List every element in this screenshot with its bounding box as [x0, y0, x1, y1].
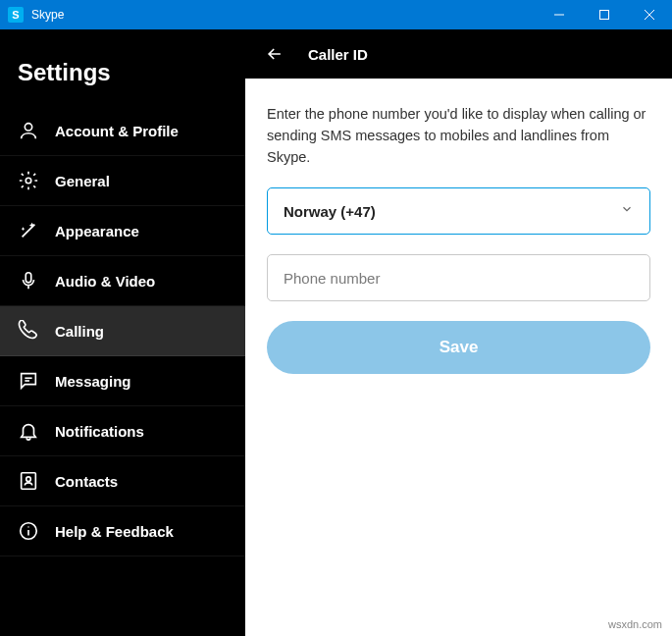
sidebar-item-label: Appearance: [55, 223, 139, 239]
sidebar-item-label: Audio & Video: [55, 273, 155, 290]
phone-placeholder: Phone number: [284, 270, 380, 287]
message-icon: [18, 370, 39, 392]
window-titlebar: S Skype: [0, 0, 672, 29]
svg-point-10: [26, 477, 31, 482]
description-text: Enter the phone number you'd like to dis…: [267, 104, 650, 168]
svg-point-4: [25, 124, 31, 131]
sidebar-item-label: Calling: [55, 323, 104, 340]
sidebar-item-calling[interactable]: Calling: [0, 306, 245, 356]
contacts-icon: [18, 470, 39, 492]
sidebar-item-help-feedback[interactable]: Help & Feedback: [0, 506, 245, 556]
sidebar-item-label: Messaging: [55, 373, 131, 390]
back-button[interactable]: [263, 42, 286, 66]
gear-icon: [18, 170, 39, 191]
watermark: wsxdn.com: [608, 618, 662, 630]
sidebar-item-label: General: [55, 173, 110, 189]
svg-rect-1: [600, 11, 609, 20]
minimize-button[interactable]: [537, 0, 582, 29]
phone-input[interactable]: Phone number: [267, 254, 650, 301]
wand-icon: [18, 220, 39, 241]
settings-title: Settings: [0, 49, 245, 106]
close-button[interactable]: [627, 0, 672, 29]
window-controls: [537, 0, 672, 29]
info-icon: [18, 520, 39, 542]
window-title: Skype: [31, 8, 537, 22]
maximize-button[interactable]: [582, 0, 627, 29]
skype-app-icon: S: [8, 7, 24, 23]
sidebar-item-label: Account & Profile: [55, 123, 179, 139]
save-button[interactable]: Save: [267, 321, 650, 374]
content-area: Enter the phone number you'd like to dis…: [245, 79, 672, 399]
phone-icon: [18, 320, 39, 342]
sidebar-item-audio-video[interactable]: Audio & Video: [0, 256, 245, 306]
sidebar-item-appearance[interactable]: Appearance: [0, 206, 245, 256]
main-panel: Caller ID Enter the phone number you'd l…: [245, 29, 672, 636]
country-value: Norway (+47): [284, 203, 376, 220]
svg-rect-6: [26, 273, 31, 283]
svg-point-5: [26, 178, 31, 184]
svg-point-13: [27, 526, 28, 527]
sidebar-item-general[interactable]: General: [0, 156, 245, 206]
sidebar-item-label: Contacts: [55, 473, 118, 490]
sidebar-item-contacts[interactable]: Contacts: [0, 456, 245, 506]
bell-icon: [18, 420, 39, 442]
main-header: Caller ID: [245, 29, 672, 79]
page-title: Caller ID: [308, 46, 368, 63]
person-icon: [18, 120, 39, 141]
sidebar-item-label: Help & Feedback: [55, 523, 174, 540]
chevron-down-icon: [620, 202, 634, 220]
sidebar-item-account-profile[interactable]: Account & Profile: [0, 106, 245, 156]
sidebar-item-notifications[interactable]: Notifications: [0, 406, 245, 456]
settings-sidebar: Settings Account & Profile General Appea…: [0, 29, 245, 636]
sidebar-item-messaging[interactable]: Messaging: [0, 356, 245, 406]
sidebar-item-label: Notifications: [55, 423, 144, 440]
country-select[interactable]: Norway (+47): [267, 187, 650, 235]
microphone-icon: [18, 270, 39, 292]
